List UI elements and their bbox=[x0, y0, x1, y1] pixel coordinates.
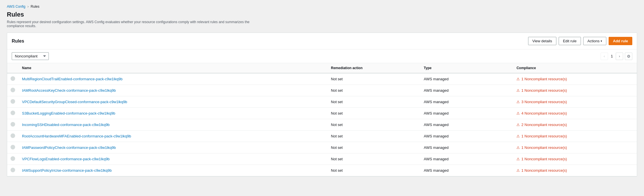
compliance-value: ⚠3 Noncompliant resource(s) bbox=[516, 100, 633, 104]
compliance-cell: ⚠1 Noncompliant resource(s) bbox=[513, 165, 637, 176]
rule-name-cell: MultiRegionCloudTrailEnabled-conformance… bbox=[19, 73, 327, 85]
row-selector-cell bbox=[7, 142, 19, 153]
compliance-cell: ⚠1 Noncompliant resource(s) bbox=[513, 153, 637, 165]
table-row: IAMPasswordPolicyCheck-conformance-pack-… bbox=[7, 142, 637, 153]
actions-button[interactable]: Actions ▾ bbox=[583, 37, 607, 45]
rule-name-link[interactable]: IAMRootAccessKeyCheck-conformance-pack-c… bbox=[22, 88, 116, 93]
header-actions: View details Edit rule Actions ▾ Add rul… bbox=[528, 37, 632, 45]
compliance-cell: ⚠1 Noncompliant resource(s) bbox=[513, 73, 637, 85]
warning-icon: ⚠ bbox=[516, 123, 520, 127]
rule-name-link[interactable]: IAMPasswordPolicyCheck-conformance-pack-… bbox=[22, 145, 116, 150]
row-selector bbox=[11, 122, 15, 127]
rule-name-cell: S3BucketLoggingEnabled-conformance-pack-… bbox=[19, 108, 327, 119]
rule-name-link[interactable]: IncomingSSHDisabled-conformance-pack-c9w… bbox=[22, 123, 110, 127]
table-row: IncomingSSHDisabled-conformance-pack-c9w… bbox=[7, 119, 637, 131]
row-selector-cell bbox=[7, 73, 19, 85]
compliance-value: ⚠1 Noncompliant resource(s) bbox=[516, 145, 633, 150]
compliance-value: ⚠4 Noncompliant resource(s) bbox=[516, 111, 633, 115]
table-col-type: Type bbox=[420, 63, 513, 73]
breadcrumb: AWS Config > Rules bbox=[7, 5, 637, 9]
gear-icon: ⚙ bbox=[627, 54, 631, 59]
compliance-value: ⚠1 Noncompliant resource(s) bbox=[516, 88, 633, 93]
type-cell: AWS managed bbox=[420, 108, 513, 119]
compliance-value: ⚠1 Noncompliant resource(s) bbox=[516, 157, 633, 161]
compliance-text: 1 Noncompliant resource(s) bbox=[521, 145, 567, 150]
compliance-value: ⚠1 Noncompliant resource(s) bbox=[516, 134, 633, 138]
card-header: Rules View details Edit rule Actions ▾ A… bbox=[7, 33, 637, 49]
rule-name-link[interactable]: S3BucketLoggingEnabled-conformance-pack-… bbox=[22, 111, 115, 115]
table-col-checkbox bbox=[7, 63, 19, 73]
warning-icon: ⚠ bbox=[516, 111, 520, 115]
row-selector-cell bbox=[7, 165, 19, 176]
row-selector bbox=[11, 111, 15, 115]
view-details-button[interactable]: View details bbox=[528, 37, 556, 45]
table-row: VPCFlowLogsEnabled-conformance-pack-c9w1… bbox=[7, 153, 637, 165]
warning-icon: ⚠ bbox=[516, 88, 520, 93]
rule-name-link[interactable]: RootAccountHardwareMFAEnabled-conformanc… bbox=[22, 134, 131, 138]
table-col-name: Name bbox=[19, 63, 327, 73]
chevron-down-icon: ▾ bbox=[601, 39, 602, 43]
row-selector-cell bbox=[7, 153, 19, 165]
page-container: AWS Config > Rules Rules Rules represent… bbox=[0, 0, 644, 196]
remediation-cell: Not set bbox=[327, 73, 420, 85]
pagination-row: ‹ 1 › ⚙ bbox=[601, 53, 632, 60]
compliance-cell: ⚠1 Noncompliant resource(s) bbox=[513, 85, 637, 96]
rule-name-link[interactable]: MultiRegionCloudTrailEnabled-conformance… bbox=[22, 77, 122, 81]
row-selector-cell bbox=[7, 96, 19, 108]
table-col-compliance: Compliance bbox=[513, 63, 637, 73]
rule-name-cell: RootAccountHardwareMFAEnabled-conformanc… bbox=[19, 131, 327, 142]
settings-icon[interactable]: ⚙ bbox=[625, 53, 632, 60]
table-row: IAMSupportPolicyInUse-conformance-pack-c… bbox=[7, 165, 637, 176]
compliance-text: 3 Noncompliant resource(s) bbox=[521, 100, 567, 104]
table-row: S3BucketLoggingEnabled-conformance-pack-… bbox=[7, 108, 637, 119]
filter-row: Noncompliant Compliant All ‹ 1 › ⚙ bbox=[7, 49, 637, 63]
warning-icon: ⚠ bbox=[516, 134, 520, 138]
compliance-text: 1 Noncompliant resource(s) bbox=[521, 77, 567, 81]
type-cell: AWS managed bbox=[420, 131, 513, 142]
pagination-prev-button[interactable]: ‹ bbox=[601, 53, 608, 60]
compliance-text: 1 Noncompliant resource(s) bbox=[521, 88, 567, 93]
rule-name-cell: IncomingSSHDisabled-conformance-pack-c9w… bbox=[19, 119, 327, 131]
rule-name-link[interactable]: VPCDefaultSecurityGroupClosed-conformanc… bbox=[22, 100, 127, 104]
add-rule-button[interactable]: Add rule bbox=[609, 37, 632, 45]
row-selector bbox=[11, 156, 15, 161]
row-selector-cell bbox=[7, 108, 19, 119]
rules-table: Name Remediation action Type Compliance … bbox=[7, 63, 637, 176]
rule-name-cell: VPCDefaultSecurityGroupClosed-conformanc… bbox=[19, 96, 327, 108]
rule-name-link[interactable]: IAMSupportPolicyInUse-conformance-pack-c… bbox=[22, 168, 112, 173]
type-cell: AWS managed bbox=[420, 153, 513, 165]
compliance-value: ⚠1 Noncompliant resource(s) bbox=[516, 77, 633, 81]
remediation-cell: Not set bbox=[327, 142, 420, 153]
type-cell: AWS managed bbox=[420, 73, 513, 85]
rule-name-cell: IAMPasswordPolicyCheck-conformance-pack-… bbox=[19, 142, 327, 153]
type-cell: AWS managed bbox=[420, 119, 513, 131]
table-row: RootAccountHardwareMFAEnabled-conformanc… bbox=[7, 131, 637, 142]
compliance-cell: ⚠1 Noncompliant resource(s) bbox=[513, 131, 637, 142]
rule-name-cell: IAMRootAccessKeyCheck-conformance-pack-c… bbox=[19, 85, 327, 96]
compliance-cell: ⚠1 Noncompliant resource(s) bbox=[513, 142, 637, 153]
compliance-value: ⚠2 Noncompliant resource(s) bbox=[516, 123, 633, 127]
warning-icon: ⚠ bbox=[516, 77, 520, 81]
row-selector-cell bbox=[7, 119, 19, 131]
row-selector bbox=[11, 168, 15, 172]
warning-icon: ⚠ bbox=[516, 145, 520, 150]
card-title: Rules bbox=[12, 39, 24, 44]
rule-name-cell: VPCFlowLogsEnabled-conformance-pack-c9w1… bbox=[19, 153, 327, 165]
warning-icon: ⚠ bbox=[516, 157, 520, 161]
remediation-cell: Not set bbox=[327, 108, 420, 119]
compliance-value: ⚠1 Noncompliant resource(s) bbox=[516, 168, 633, 173]
compliance-filter-select[interactable]: Noncompliant Compliant All bbox=[12, 52, 49, 60]
remediation-cell: Not set bbox=[327, 131, 420, 142]
rule-name-cell: IAMSupportPolicyInUse-conformance-pack-c… bbox=[19, 165, 327, 176]
table-row: VPCDefaultSecurityGroupClosed-conformanc… bbox=[7, 96, 637, 108]
edit-rule-button[interactable]: Edit rule bbox=[559, 37, 581, 45]
table-row: IAMRootAccessKeyCheck-conformance-pack-c… bbox=[7, 85, 637, 96]
type-cell: AWS managed bbox=[420, 165, 513, 176]
remediation-cell: Not set bbox=[327, 85, 420, 96]
rule-name-link[interactable]: VPCFlowLogsEnabled-conformance-pack-c9w1… bbox=[22, 157, 110, 161]
breadcrumb-parent-link[interactable]: AWS Config bbox=[7, 5, 25, 9]
pagination-next-button[interactable]: › bbox=[616, 53, 623, 60]
remediation-cell: Not set bbox=[327, 119, 420, 131]
compliance-cell: ⚠2 Noncompliant resource(s) bbox=[513, 119, 637, 131]
compliance-text: 4 Noncompliant resource(s) bbox=[521, 111, 567, 115]
